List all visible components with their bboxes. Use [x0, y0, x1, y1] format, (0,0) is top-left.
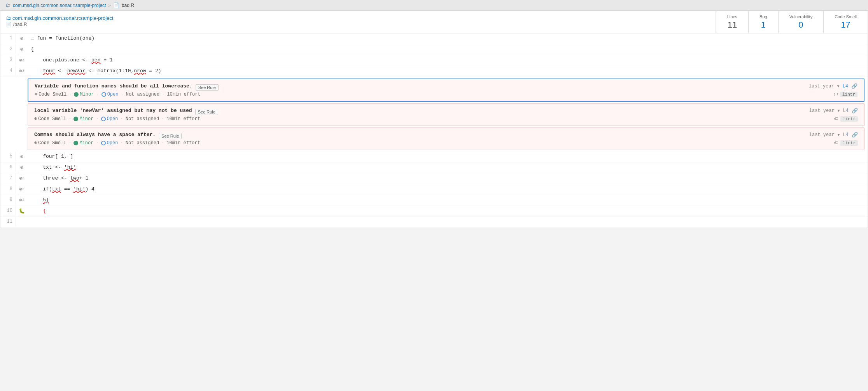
issue-1-time-chevron[interactable]: ▼ — [837, 84, 840, 89]
file-info: 🗂 com.msd.gin.common.sonar.r:sample-proj… — [0, 11, 716, 33]
code-line-7: 7 ⊗3 three <- two+ 1 — [0, 173, 868, 184]
line-number-10: 10 — [0, 206, 16, 215]
issue-3-severity-badge: Minor — [74, 140, 93, 146]
lines-label: Lines — [727, 14, 737, 19]
issue-3-meta-right: last year ▼ L4 🔗 — [809, 132, 858, 138]
smell-icon-7: ⊗3 — [16, 173, 28, 183]
issue-3-tag: lintr — [840, 140, 858, 146]
issue-3-status-icon — [101, 141, 106, 145]
issue-2-time-chevron[interactable]: ▼ — [838, 109, 840, 113]
issue-1-link-icon[interactable]: 🔗 — [851, 83, 858, 89]
issue-3-time: last year — [809, 132, 835, 138]
smell-icon-4: ⊗3 — [16, 66, 28, 76]
issue-1-severity-label: Minor — [80, 92, 94, 97]
main-container: 🗂 com.msd.gin.common.sonar.r:sample-proj… — [0, 11, 868, 228]
file-header: 🗂 com.msd.gin.common.sonar.r:sample-proj… — [0, 11, 868, 33]
issue-2-status-label: Open — [107, 116, 118, 122]
smell-icon-5: ⊗ — [16, 152, 28, 161]
line-icon-11 — [16, 217, 28, 220]
issue-3-time-chevron[interactable]: ▼ — [838, 133, 840, 137]
issue-1-meta: ⊗ Code Smell · Minor · Open · Not assign… — [35, 91, 858, 97]
issue-2-location[interactable]: L4 — [843, 108, 849, 113]
issue-2-type-badge: ⊗ Code Smell — [34, 116, 66, 122]
issue-2-tag-icon: 🏷 — [834, 116, 838, 121]
issue-2-status-icon — [101, 117, 106, 121]
issue-3-link-icon[interactable]: 🔗 — [852, 132, 858, 138]
issue-3-type-badge: ⊗ Code Smell — [34, 140, 66, 146]
issue-3-title: Commas should always have a space after. — [34, 132, 156, 138]
vulnerability-label: Vulnerability — [789, 14, 813, 19]
code-line-11: 11 — [0, 217, 868, 228]
code-line-8: 8 ⊗2 if(txt == 'hi') 4 — [0, 184, 868, 195]
issue-1-assigned: Not assigned — [126, 92, 159, 97]
issue-1-type-badge: ⊗ Code Smell — [35, 91, 66, 97]
issue-2-meta-right: last year ▼ L4 🔗 — [809, 108, 858, 114]
code-line-3: 3 ⊗3 one.plus.one <- oen + 1 — [0, 55, 868, 66]
bug-value: 1 — [760, 20, 767, 30]
line-code-1: …fun = function(one) — [28, 33, 868, 43]
issue-3-type-label: Code Smell — [38, 140, 66, 146]
issue-1-location[interactable]: L4 — [843, 84, 848, 89]
line-code-10: { — [28, 206, 868, 216]
issue-1-header-row: Variable and function names should be al… — [35, 83, 858, 91]
line-number-1: 1 — [0, 33, 16, 43]
header-project-name[interactable]: 🗂 com.msd.gin.common.sonar.r:sample-proj… — [6, 15, 710, 21]
issue-2-severity-icon — [74, 117, 78, 121]
issue-2-link-icon[interactable]: 🔗 — [852, 108, 858, 114]
issue-block-2: local variable 'newVar' assigned but may… — [28, 103, 864, 126]
smell-icon-3: ⊗3 — [16, 55, 28, 65]
issue-3-title-area: Commas should always have a space after.… — [34, 132, 182, 140]
line-code-9: 5} — [28, 195, 868, 205]
lines-value: 11 — [727, 20, 737, 30]
line-code-5: four[ 1, ] — [28, 152, 868, 161]
issue-1-see-rule-btn[interactable]: See Rule — [196, 84, 219, 91]
topbar-file-link[interactable]: bad.R — [122, 3, 134, 8]
code-smell-label: Code Smell — [835, 14, 857, 19]
issue-1-status-icon — [102, 92, 106, 97]
metric-lines: Lines 11 — [716, 11, 748, 33]
code-line-6: 6 ⊗ txt <- 'hi' — [0, 162, 868, 173]
issue-1-tag: lintr — [840, 92, 858, 97]
metric-bug: Bug 1 — [748, 11, 778, 33]
issue-3-severity-icon — [74, 141, 78, 145]
issue-3-meta: ⊗ Code Smell · Minor · Open · Not assign… — [34, 140, 858, 146]
issue-1-tag-icon: 🏷 — [833, 92, 838, 97]
issue-3-type-icon: ⊗ — [34, 140, 37, 146]
issue-1-severity-icon — [74, 92, 79, 97]
issue-3-header-row: Commas should always have a space after.… — [34, 132, 858, 140]
issue-2-title-area: local variable 'newVar' assigned but may… — [34, 108, 218, 116]
line-number-4: 4 — [0, 66, 16, 75]
code-line-5: 5 ⊗ four[ 1, ] — [0, 152, 868, 162]
issue-2-header-row: local variable 'newVar' assigned but may… — [34, 108, 858, 116]
vulnerability-value: 0 — [789, 20, 813, 30]
issue-3-location[interactable]: L4 — [843, 132, 849, 138]
issue-2-severity-badge: Minor — [74, 116, 93, 122]
topbar-project-link[interactable]: com.msd.gin.common.sonar.r:sample-projec… — [13, 3, 106, 8]
issue-3-status-badge: Open — [101, 140, 118, 146]
issue-2-type-icon: ⊗ — [34, 116, 37, 122]
line-number-5: 5 — [0, 152, 16, 161]
code-line-1: 1 ⊗ …fun = function(one) — [0, 33, 868, 44]
issue-3-effort: 10min effort — [166, 140, 200, 146]
issue-1-status-label: Open — [107, 92, 119, 97]
header-file-icon: 📄 — [6, 22, 12, 27]
line-number-9: 9 — [0, 195, 16, 204]
issue-2-see-rule-btn[interactable]: See Rule — [195, 109, 218, 115]
line-code-7: three <- two+ 1 — [28, 173, 868, 183]
issue-1-type-icon: ⊗ — [35, 91, 37, 97]
bug-icon-10: 🐛 — [16, 206, 28, 216]
line-number-7: 7 — [0, 173, 16, 183]
header-file-path: 📄 /bad.R — [6, 22, 710, 27]
issue-3-severity-label: Minor — [79, 140, 93, 146]
smell-icon-9: ⊗2 — [16, 195, 28, 205]
issue-2-severity-label: Minor — [79, 116, 93, 122]
code-smell-value: 17 — [835, 20, 857, 30]
bug-label: Bug — [760, 14, 767, 19]
metric-code-smell: Code Smell 17 — [823, 11, 868, 33]
issue-1-meta-right: last year ▼ L4 🔗 — [809, 83, 858, 89]
smell-icon-6: ⊗ — [16, 162, 28, 172]
code-line-9: 9 ⊗2 5} — [0, 195, 868, 206]
issue-1-effort: 10min effort — [167, 92, 200, 97]
issue-3-see-rule-btn[interactable]: See Rule — [159, 133, 182, 139]
issue-3-status-label: Open — [107, 140, 118, 146]
